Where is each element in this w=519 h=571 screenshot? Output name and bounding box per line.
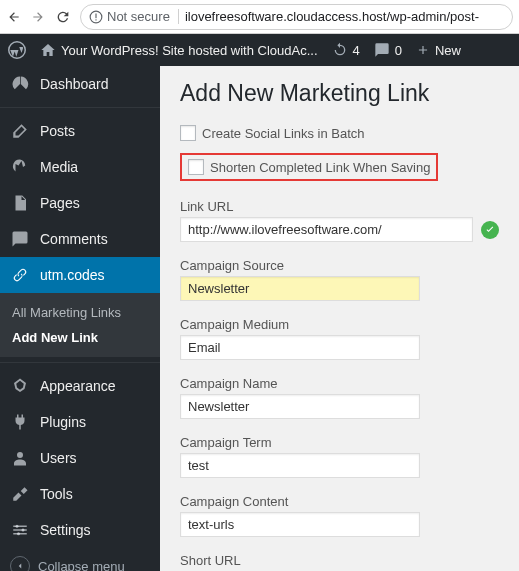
svg-rect-5 — [13, 529, 27, 531]
admin-sidebar: Dashboard Posts Media Pages Comments utm… — [0, 66, 160, 571]
not-secure-indicator: Not secure — [89, 9, 179, 24]
checkbox-shorten-row[interactable]: Shorten Completed Link When Saving — [180, 153, 438, 181]
plugins-icon — [10, 412, 30, 432]
svg-point-8 — [22, 529, 25, 532]
comments-link[interactable]: 0 — [374, 42, 402, 58]
new-label: New — [435, 43, 461, 58]
name-input[interactable]: Newsletter — [180, 394, 420, 419]
sidebar-item-tools[interactable]: Tools — [0, 476, 160, 512]
link-url-input[interactable]: http://www.ilovefreesoftware.com/ — [180, 217, 473, 242]
forward-arrow-icon[interactable] — [30, 9, 46, 25]
site-name: Your WordPress! Site hosted with CloudAc… — [61, 43, 318, 58]
submenu-add-new[interactable]: Add New Link — [0, 325, 160, 350]
back-arrow-icon[interactable] — [6, 9, 22, 25]
svg-point-7 — [16, 525, 19, 528]
checkbox-shorten-label: Shorten Completed Link When Saving — [210, 160, 430, 175]
updates-count: 4 — [353, 43, 360, 58]
sidebar-item-label: Posts — [40, 123, 75, 139]
check-ok-icon — [481, 221, 499, 239]
collapse-menu[interactable]: Collapse menu — [0, 548, 160, 571]
sidebar-item-label: Comments — [40, 231, 108, 247]
svg-rect-2 — [95, 19, 96, 20]
sidebar-item-appearance[interactable]: Appearance — [0, 368, 160, 404]
sidebar-item-label: Tools — [40, 486, 73, 502]
address-bar[interactable]: Not secure ilovefreesoftware.cloudaccess… — [80, 4, 513, 30]
field-link-url: Link URL http://www.ilovefreesoftware.co… — [180, 199, 499, 242]
sidebar-item-pages[interactable]: Pages — [0, 185, 160, 221]
checkbox-shorten[interactable] — [188, 159, 204, 175]
collapse-icon — [10, 556, 30, 571]
source-label: Campaign Source — [180, 258, 499, 273]
url-text: ilovefreesoftware.cloudaccess.host/wp-ad… — [185, 9, 479, 24]
page-title: Add New Marketing Link — [180, 80, 499, 107]
sidebar-item-label: Media — [40, 159, 78, 175]
utmcodes-icon — [10, 265, 30, 285]
sidebar-item-comments[interactable]: Comments — [0, 221, 160, 257]
medium-input[interactable]: Email — [180, 335, 420, 360]
posts-icon — [10, 121, 30, 141]
sidebar-item-label: Plugins — [40, 414, 86, 430]
medium-label: Campaign Medium — [180, 317, 499, 332]
main-content: Add New Marketing Link Create Social Lin… — [160, 66, 519, 571]
term-input[interactable]: test — [180, 453, 420, 478]
field-campaign-content: Campaign Content text-urls — [180, 494, 499, 537]
sidebar-item-posts[interactable]: Posts — [0, 113, 160, 149]
sidebar-item-label: Users — [40, 450, 77, 466]
link-url-label: Link URL — [180, 199, 499, 214]
content-label: Campaign Content — [180, 494, 499, 509]
name-label: Campaign Name — [180, 376, 499, 391]
sidebar-item-label: Settings — [40, 522, 91, 538]
new-content-link[interactable]: New — [416, 43, 461, 58]
comments-count: 0 — [395, 43, 402, 58]
dashboard-icon — [10, 74, 30, 94]
sidebar-item-label: Appearance — [40, 378, 116, 394]
sidebar-item-label: Pages — [40, 195, 80, 211]
media-icon — [10, 157, 30, 177]
checkbox-batch-row[interactable]: Create Social Links in Batch — [180, 125, 499, 141]
browser-toolbar: Not secure ilovefreesoftware.cloudaccess… — [0, 0, 519, 34]
svg-rect-1 — [95, 13, 96, 18]
svg-point-9 — [17, 532, 20, 535]
not-secure-label: Not secure — [107, 9, 170, 24]
content-input[interactable]: text-urls — [180, 512, 420, 537]
sidebar-item-utmcodes[interactable]: utm.codes — [0, 257, 160, 293]
sidebar-item-settings[interactable]: Settings — [0, 512, 160, 548]
collapse-label: Collapse menu — [38, 559, 125, 572]
short-label: Short URL — [180, 553, 499, 568]
field-campaign-source: Campaign Source Newsletter — [180, 258, 499, 301]
wp-logo-icon[interactable] — [8, 41, 26, 59]
submenu-all-links[interactable]: All Marketing Links — [0, 300, 160, 325]
term-label: Campaign Term — [180, 435, 499, 450]
comments-icon — [10, 229, 30, 249]
checkbox-batch-label: Create Social Links in Batch — [202, 126, 365, 141]
appearance-icon — [10, 376, 30, 396]
svg-rect-4 — [13, 526, 27, 528]
sidebar-item-label: utm.codes — [40, 267, 105, 283]
source-input[interactable]: Newsletter — [180, 276, 420, 301]
sidebar-item-label: Dashboard — [40, 76, 109, 92]
updates-link[interactable]: 4 — [332, 42, 360, 58]
pages-icon — [10, 193, 30, 213]
settings-icon — [10, 520, 30, 540]
sidebar-item-users[interactable]: Users — [0, 440, 160, 476]
sidebar-submenu: All Marketing Links Add New Link — [0, 293, 160, 357]
users-icon — [10, 448, 30, 468]
field-campaign-term: Campaign Term test — [180, 435, 499, 478]
field-short-url: Short URL — [180, 553, 499, 568]
checkbox-batch[interactable] — [180, 125, 196, 141]
sidebar-item-plugins[interactable]: Plugins — [0, 404, 160, 440]
field-campaign-medium: Campaign Medium Email — [180, 317, 499, 360]
field-campaign-name: Campaign Name Newsletter — [180, 376, 499, 419]
sidebar-item-dashboard[interactable]: Dashboard — [0, 66, 160, 102]
tools-icon — [10, 484, 30, 504]
site-home-link[interactable]: Your WordPress! Site hosted with CloudAc… — [40, 42, 318, 58]
sidebar-item-media[interactable]: Media — [0, 149, 160, 185]
wp-admin-bar: Your WordPress! Site hosted with CloudAc… — [0, 34, 519, 66]
reload-icon[interactable] — [54, 8, 72, 26]
